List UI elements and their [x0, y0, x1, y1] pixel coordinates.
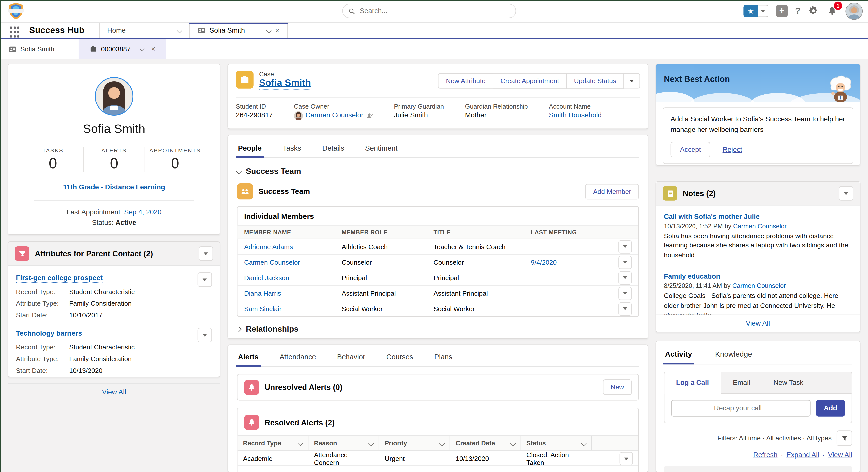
chevron-down-icon[interactable]: [139, 46, 145, 52]
change-owner-icon[interactable]: [366, 112, 373, 119]
row-actions-dropdown[interactable]: [620, 452, 633, 465]
column-header[interactable]: Status: [521, 436, 592, 450]
tab-details[interactable]: Details: [321, 141, 345, 157]
member-name-link[interactable]: Diana Harris: [244, 290, 342, 297]
view-all-link[interactable]: View All: [102, 388, 126, 396]
field-label: Case Owner: [294, 103, 373, 110]
row-actions-dropdown[interactable]: [618, 287, 631, 300]
attribute-link[interactable]: First-gen college prospect: [16, 274, 102, 283]
card-actions-dropdown[interactable]: [199, 246, 213, 261]
favorites-star-icon[interactable]: ★: [744, 5, 758, 17]
setup-gear-icon[interactable]: [808, 5, 819, 17]
tab-courses[interactable]: Courses: [385, 349, 414, 366]
column-header[interactable]: Created Date: [450, 436, 521, 450]
einstein-mascot: [824, 72, 857, 102]
view-all-link[interactable]: View All: [828, 451, 852, 459]
favorites-split-button[interactable]: ★: [744, 5, 769, 17]
success-team-section-toggle[interactable]: Success Team: [237, 167, 639, 176]
column-header[interactable]: LAST MEETING: [531, 229, 618, 236]
column-header[interactable]: MEMBER ROLE: [342, 229, 433, 236]
close-icon[interactable]: ×: [275, 27, 279, 34]
row-actions-dropdown[interactable]: [198, 328, 212, 343]
tab-sofia-smith[interactable]: Sofia Smith ×: [189, 23, 287, 38]
refresh-link[interactable]: Refresh: [753, 451, 777, 459]
case-action-buttons: New Attribute Create Appointment Update …: [438, 73, 640, 89]
tab-new-task[interactable]: New Task: [762, 372, 815, 393]
reject-button[interactable]: Reject: [723, 145, 742, 153]
app-launcher-icon[interactable]: [10, 27, 20, 38]
more-actions-dropdown[interactable]: [624, 73, 640, 89]
member-name-link[interactable]: Sam Sinclair: [244, 305, 342, 313]
help-icon[interactable]: ?: [795, 6, 801, 16]
tab-alerts[interactable]: Alerts: [237, 349, 260, 366]
expand-all-link[interactable]: Expand All: [786, 451, 819, 459]
subtab-case-00003887[interactable]: 00003887 ×: [79, 39, 166, 59]
upcoming-overdue-toggle[interactable]: Upcoming & Overdue: [664, 466, 852, 472]
row-actions-dropdown[interactable]: [618, 271, 631, 285]
close-icon[interactable]: ×: [151, 46, 155, 53]
cell: Counselor: [433, 259, 531, 266]
tab-sentiment[interactable]: Sentiment: [364, 141, 399, 157]
tab-knowledge[interactable]: Knowledge: [714, 348, 753, 364]
last-meeting-link[interactable]: 9/4/2020: [531, 259, 618, 266]
case-title-link[interactable]: Sofia Smith: [259, 78, 311, 90]
new-attribute-button[interactable]: New Attribute: [438, 73, 493, 89]
row-actions-dropdown[interactable]: [618, 240, 631, 253]
tab-sofia-label: Sofia Smith: [210, 27, 245, 34]
card-actions-dropdown[interactable]: [839, 186, 853, 201]
create-appointment-button[interactable]: Create Appointment: [493, 73, 567, 89]
member-name-link[interactable]: Carmen Counselor: [244, 259, 342, 266]
column-header[interactable]: MEMBER NAME: [244, 229, 342, 236]
favorites-dropdown[interactable]: [758, 5, 769, 17]
tab-tasks[interactable]: Tasks: [282, 141, 302, 157]
field-label: Record Type:: [16, 287, 69, 298]
account-name-link[interactable]: Smith Household: [549, 111, 601, 120]
update-status-button[interactable]: Update Status: [567, 73, 624, 89]
column-header[interactable]: Reason: [308, 436, 379, 450]
note-author-link[interactable]: Carmen Counselor: [733, 283, 786, 289]
attribute-link[interactable]: Technology barriers: [16, 330, 82, 338]
note-author-link[interactable]: Carmen Counselor: [733, 223, 786, 230]
column-header[interactable]: Priority: [379, 436, 450, 450]
note-title-link[interactable]: Call with Sofia's mother Julie: [664, 213, 760, 220]
last-appointment-date-link[interactable]: Sep 4, 2020: [124, 208, 161, 216]
subtab-sofia-smith[interactable]: Sofia Smith: [0, 39, 63, 59]
row-actions-dropdown[interactable]: [618, 256, 631, 269]
row-actions-dropdown[interactable]: [198, 272, 212, 287]
quick-create-button[interactable]: +: [776, 5, 788, 17]
tab-activity[interactable]: Activity: [664, 348, 693, 364]
add-button[interactable]: Add: [816, 400, 845, 417]
table-row: Academic Attendance Concern Urgent 10/13…: [238, 451, 638, 466]
view-all-link[interactable]: View All: [746, 320, 770, 327]
column-header[interactable]: Record Type: [238, 436, 308, 450]
member-name-link[interactable]: Daniel Jackson: [244, 274, 342, 282]
tab-home[interactable]: Home: [99, 23, 189, 38]
tab-plans[interactable]: Plans: [433, 349, 453, 366]
recap-call-input[interactable]: [671, 400, 811, 417]
tab-log-a-call[interactable]: Log a Call: [664, 372, 721, 393]
owner-avatar: [294, 111, 303, 120]
add-member-button[interactable]: Add Member: [585, 183, 639, 199]
relationships-section-toggle[interactable]: Relationships: [237, 325, 639, 333]
user-avatar[interactable]: [845, 2, 863, 20]
new-alert-button[interactable]: New: [603, 379, 631, 395]
note-title-link[interactable]: Family education: [664, 272, 720, 280]
filter-icon[interactable]: [837, 430, 852, 446]
tab-people[interactable]: People: [237, 141, 262, 157]
global-search[interactable]: [342, 4, 516, 19]
stat-value: 0: [23, 155, 83, 172]
window-frame-left: [0, 0, 1, 472]
global-search-input[interactable]: [359, 7, 510, 16]
column-header[interactable]: TITLE: [433, 229, 531, 236]
accept-button[interactable]: Accept: [671, 142, 711, 157]
grade-link[interactable]: 11th Grade - Distance Learning: [63, 183, 165, 191]
notifications-bell[interactable]: 1: [826, 5, 838, 17]
chevron-down-icon[interactable]: [266, 28, 272, 33]
tab-email[interactable]: Email: [721, 372, 762, 393]
case-owner-link[interactable]: Carmen Counselor: [306, 111, 364, 120]
row-actions-dropdown[interactable]: [618, 302, 631, 316]
member-name-link[interactable]: Adrienne Adams: [244, 243, 342, 250]
tab-behavior[interactable]: Behavior: [336, 349, 367, 366]
chevron-down-icon[interactable]: [177, 28, 182, 33]
tab-attendance[interactable]: Attendance: [278, 349, 317, 366]
